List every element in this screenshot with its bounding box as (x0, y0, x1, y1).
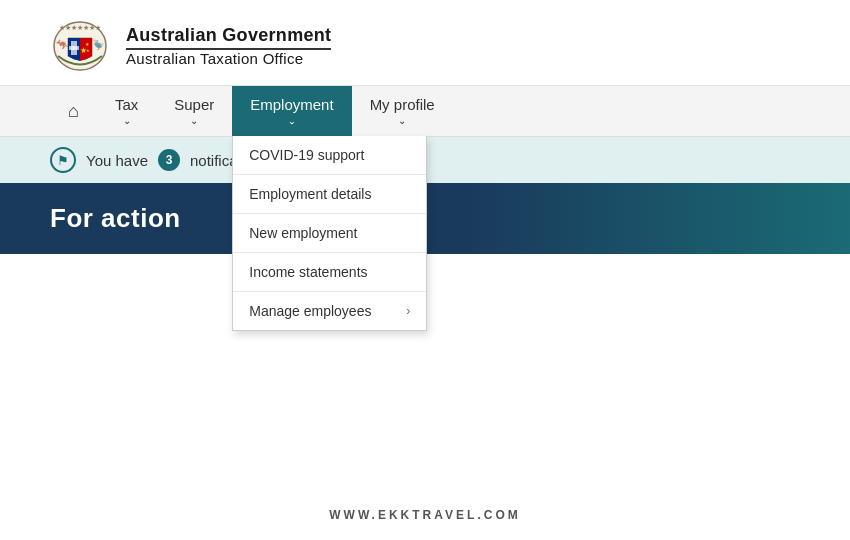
nav-label-tax: Tax (115, 96, 138, 113)
chevron-up-icon: ⌃ (288, 115, 296, 126)
chevron-down-icon: ⌄ (190, 115, 198, 126)
nav-item-tax[interactable]: Tax ⌄ (97, 86, 156, 136)
dropdown-item-employment-details[interactable]: Employment details (233, 175, 426, 214)
dropdown-item-covid[interactable]: COVID-19 support (233, 136, 426, 175)
coat-of-arms-icon: ★ ★ ★ 🦘 🦤 ★★★★★★★ (50, 18, 110, 73)
chevron-right-icon: › (406, 304, 410, 318)
dropdown-item-employment-details-label: Employment details (249, 186, 371, 202)
dropdown-item-covid-label: COVID-19 support (249, 147, 364, 163)
dropdown-item-new-employment[interactable]: New employment (233, 214, 426, 253)
home-icon: ⌂ (68, 102, 79, 120)
gov-title-line2: Australian Taxation Office (126, 50, 331, 67)
svg-rect-2 (69, 46, 79, 50)
nav-label-my-profile: My profile (370, 96, 435, 113)
notification-text-prefix: You have (86, 152, 148, 169)
header: ★ ★ ★ 🦘 🦤 ★★★★★★★ Australian Government … (0, 0, 850, 86)
svg-text:★: ★ (86, 48, 90, 53)
dropdown-item-new-employment-label: New employment (249, 225, 357, 241)
svg-text:🦤: 🦤 (93, 39, 105, 51)
page-wrapper: ★ ★ ★ 🦘 🦤 ★★★★★★★ Australian Government … (0, 0, 850, 540)
chevron-down-icon: ⌄ (123, 115, 131, 126)
employment-dropdown: COVID-19 support Employment details New … (232, 136, 427, 331)
nav-label-super: Super (174, 96, 214, 113)
svg-text:★★★★★★★: ★★★★★★★ (59, 24, 101, 31)
nav-item-my-profile[interactable]: My profile ⌄ (352, 86, 453, 136)
chevron-down-icon: ⌄ (398, 115, 406, 126)
navbar: ⌂ Tax ⌄ Super ⌄ Employment ⌃ COVID-19 su… (0, 86, 850, 137)
logo-area: ★ ★ ★ 🦘 🦤 ★★★★★★★ (50, 18, 110, 73)
dropdown-item-income-statements[interactable]: Income statements (233, 253, 426, 292)
dropdown-item-income-statements-label: Income statements (249, 264, 367, 280)
gov-title: Australian Government Australian Taxatio… (126, 25, 331, 67)
dropdown-item-manage-employees[interactable]: Manage employees › (233, 292, 426, 330)
footer-watermark: WWW.EKKTRAVEL.COM (329, 508, 520, 522)
notification-flag-icon: ⚑ (50, 147, 76, 173)
dropdown-item-manage-employees-label: Manage employees (249, 303, 371, 319)
svg-text:🦘: 🦘 (56, 38, 69, 51)
gov-title-line1: Australian Government (126, 25, 331, 46)
nav-item-employment[interactable]: Employment ⌃ COVID-19 support Employment… (232, 86, 351, 136)
notification-count-badge: 3 (158, 149, 180, 171)
nav-home[interactable]: ⌂ (50, 86, 97, 136)
for-action-title: For action (50, 203, 181, 234)
nav-label-employment: Employment (250, 96, 333, 113)
nav-item-super[interactable]: Super ⌄ (156, 86, 232, 136)
